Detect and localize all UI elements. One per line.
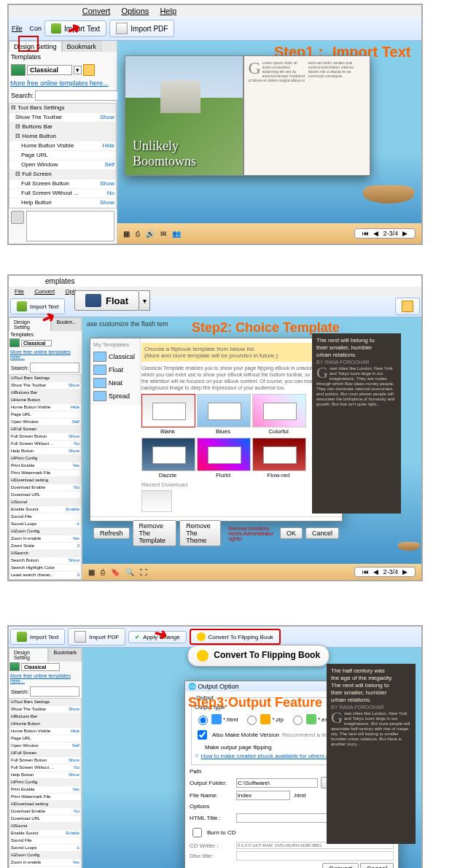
tutorial-highlight-1 xyxy=(18,36,39,52)
template-chooser-dialog: My Templates Classical Float Neat Spread… xyxy=(90,338,343,522)
menu-help[interactable]: Help xyxy=(160,7,176,15)
screenshot-step3: Import Text Import PDF ✔Apply Change Con… xyxy=(7,625,423,868)
menu-file-small[interactable]: File xyxy=(12,25,23,32)
page-indicator[interactable]: ⏮ ◀ 2-3/4 ▶ xyxy=(354,228,416,239)
radio-zip[interactable] xyxy=(247,716,257,725)
first-icon[interactable]: ⏮ xyxy=(362,230,369,237)
tab-bookmark[interactable]: Bookmark xyxy=(62,41,102,52)
template-grid: Blank Blues Colorful Dazzle Florid Flow-… xyxy=(141,394,338,478)
print-icon[interactable]: ⎙ xyxy=(136,230,140,238)
convert-button[interactable]: Convert To Flipping Book xyxy=(190,629,281,645)
preview-box xyxy=(26,211,114,241)
disc-title-input xyxy=(236,851,394,861)
sound-icon[interactable]: 🔊 xyxy=(146,230,155,238)
tab-bookmark[interactable]: Bookmark xyxy=(48,648,82,662)
template-select[interactable]: Classical xyxy=(27,65,72,75)
html-title-input[interactable] xyxy=(236,813,340,823)
menu-options[interactable]: Options xyxy=(121,7,149,15)
search-icon[interactable]: 🔍 xyxy=(125,568,134,576)
disk-icon[interactable] xyxy=(11,211,24,224)
templates-heading: emplates xyxy=(9,276,421,287)
import-text-icon xyxy=(17,301,27,311)
float-book-icon xyxy=(85,294,101,307)
step3-label: Step3:Output Feature xyxy=(188,695,322,710)
radio-html[interactable] xyxy=(198,716,208,725)
output-folder-input[interactable] xyxy=(236,778,318,788)
more-templates-link[interactable]: More free online templates here... xyxy=(9,78,117,88)
template-dropdown-icon[interactable]: ▾ xyxy=(74,66,82,74)
import-pdf-button-3[interactable]: Import PDF xyxy=(68,628,125,646)
bookmark-icon[interactable]: 🔖 xyxy=(111,568,120,576)
tpl-blank[interactable]: Blank xyxy=(141,394,194,435)
sidebar-3: Design Setting Bookmark Classical More f… xyxy=(9,648,82,868)
template-thumb-icon xyxy=(11,64,26,76)
prev-icon[interactable]: ◀ xyxy=(373,230,378,237)
tpl-florid[interactable]: Florid xyxy=(197,438,249,478)
tpl-side-classical[interactable]: Classical xyxy=(93,350,137,363)
float-callout: Float ▾ xyxy=(74,290,150,311)
templates-label: Templates xyxy=(9,52,117,62)
convert-confirm-button[interactable]: Convert xyxy=(322,863,359,868)
convert-callout: Convert To Flipping Book xyxy=(187,645,330,667)
edit-icon xyxy=(402,301,413,312)
edit-icon-btn[interactable] xyxy=(395,298,420,315)
screenshot-step2: emplates File Convert Options Import Tex… xyxy=(7,274,423,581)
book-article-panel-3: The half century was the age of the mega… xyxy=(327,664,416,844)
convert-icon xyxy=(197,650,209,662)
fullscreen-icon[interactable]: ⛶ xyxy=(140,568,147,576)
tpl-colorful[interactable]: Colorful xyxy=(252,394,305,435)
tpl-blues[interactable]: Blues xyxy=(197,394,249,435)
share-icon[interactable]: 👥 xyxy=(172,230,181,238)
boat-decoration xyxy=(363,185,414,204)
template-browse-icon[interactable] xyxy=(83,64,95,76)
import-pdf-button[interactable]: Import PDF xyxy=(109,20,174,37)
thumbs-icon[interactable]: ▦ xyxy=(123,230,130,238)
preview-canvas-3: Step3:Output Feature 🌐 Output Option Out… xyxy=(82,648,421,868)
tpl-flow-red[interactable]: Flow-red xyxy=(252,438,305,478)
search-input[interactable] xyxy=(35,90,120,101)
import-pdf-icon xyxy=(116,23,128,34)
cb-mobile[interactable] xyxy=(198,730,207,740)
page-indicator-2[interactable]: ⏮◀2-3/4▶ xyxy=(354,567,416,577)
menu-convert[interactable]: Convert xyxy=(82,7,111,15)
mail-icon[interactable]: ✉ xyxy=(160,230,166,238)
book-article-panel: The next will belong to their smaller, h… xyxy=(312,333,401,514)
reader-toolbar-2: ▦ ⎙ 🔖 🔍 ⛶ ⏮◀2-3/4▶ xyxy=(82,564,421,580)
next-icon[interactable]: ▶ xyxy=(402,230,408,237)
screenshot-step1: File Convert Options Help File Con Impor… xyxy=(7,4,423,245)
refresh-button[interactable]: Refresh xyxy=(93,527,130,539)
boat-decoration xyxy=(398,542,420,551)
book-left-page: Unlikely Boomtowns xyxy=(125,55,243,176)
cb-burn[interactable] xyxy=(192,828,202,837)
thumbs-icon[interactable]: ▦ xyxy=(88,568,95,576)
import-text-button-3[interactable]: Import Text xyxy=(10,629,65,645)
preview-canvas-2: ase customize the flash tem Step2: Choic… xyxy=(82,317,421,580)
sidebar-2: Design Setting Bookm... Templates Classi… xyxy=(9,317,82,580)
ok-button[interactable]: OK xyxy=(280,527,303,539)
tpl-dazzle[interactable]: Dazzle xyxy=(141,438,194,478)
cancel-button[interactable]: Cancel xyxy=(305,527,339,539)
book-right-page: G Lorem ipsum dolor sit amet consectetur… xyxy=(243,55,371,176)
search-label: Search: xyxy=(11,92,34,99)
float-template-button[interactable]: Float xyxy=(74,290,139,311)
menubar: File Convert Options Help xyxy=(9,5,421,17)
import-text-icon xyxy=(51,23,61,34)
sidebar: Design Setting Bookmark Templates Classi… xyxy=(9,41,117,244)
filename-input[interactable] xyxy=(236,791,290,800)
float-dropdown[interactable]: ▾ xyxy=(139,290,150,311)
tab-design[interactable]: Design Setting xyxy=(9,648,48,662)
flipbook-preview[interactable]: Unlikely Boomtowns G Lorem ipsum dolor s… xyxy=(125,55,370,176)
help-link[interactable]: How to make created ebook available for … xyxy=(200,753,344,759)
remove-theme-button[interactable]: Remove The Theme xyxy=(179,520,221,546)
admin-warning: Remove functions needs Administrator rig… xyxy=(228,526,277,541)
tpl-side-float[interactable]: Float xyxy=(93,363,137,376)
book-title: Unlikely Boomtowns xyxy=(133,139,243,169)
tpl-side-neat[interactable]: Neat xyxy=(93,376,137,390)
remove-template-button[interactable]: Remove The Template xyxy=(133,520,177,546)
tpl-side-spread[interactable]: Spread xyxy=(93,390,137,403)
settings-tree[interactable]: ⊟ Tool Bars Settings Show The ToolbarSho… xyxy=(9,103,117,209)
convert-cancel-button[interactable]: Cancel xyxy=(360,863,394,868)
radio-exe[interactable] xyxy=(293,716,303,725)
preview-canvas: Step1： Import Text Unlikely Boomtowns G … xyxy=(117,41,421,244)
print-icon[interactable]: ⎙ xyxy=(101,568,105,576)
